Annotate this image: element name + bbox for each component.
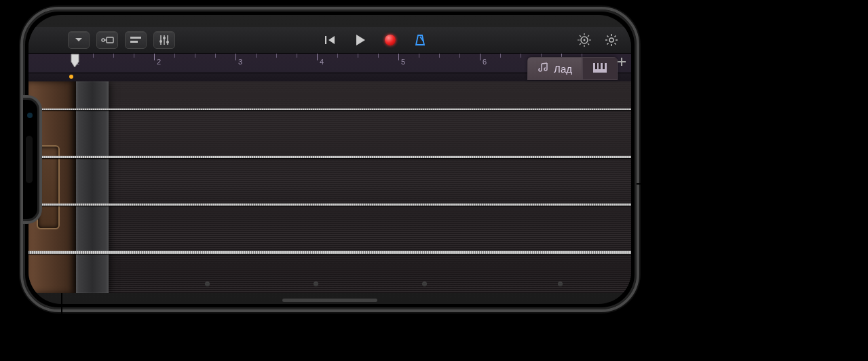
svg-rect-1: [107, 37, 113, 43]
left-tool-group: [68, 31, 175, 49]
play-icon: [355, 34, 366, 46]
bar-number: 2: [157, 58, 161, 66]
svg-point-8: [159, 40, 162, 43]
play-button[interactable]: [352, 31, 369, 49]
svg-rect-3: [130, 37, 141, 39]
record-button[interactable]: [381, 31, 399, 49]
callout-bracket-strings: [652, 98, 658, 265]
tab-scale-label: Лад: [554, 63, 572, 75]
metronome-icon: [414, 34, 426, 46]
svg-rect-11: [325, 36, 326, 44]
svg-rect-22: [603, 63, 605, 69]
tab-scale[interactable]: Лад: [527, 57, 582, 80]
svg-point-15: [609, 38, 614, 42]
record-icon: [385, 35, 396, 45]
settings-gear-icon: [605, 33, 618, 47]
transport-group: [322, 31, 429, 49]
svg-rect-19: [593, 63, 607, 73]
bar-number: 5: [401, 58, 405, 66]
bar-number: 3: [238, 58, 242, 66]
fretboard-nut: [76, 81, 109, 293]
hints-icon: [578, 33, 591, 47]
device-side-button-2: [233, 311, 267, 312]
home-indicator: [282, 299, 377, 302]
plus-icon: [616, 60, 627, 69]
add-section-button[interactable]: [616, 56, 627, 69]
callout-leader-strings: [637, 183, 654, 185]
fret-marker-dot: [422, 282, 427, 286]
fret-marker-dot: [205, 282, 210, 286]
fret-marker-dot: [314, 282, 318, 286]
svg-rect-21: [599, 63, 601, 69]
fret-marker-dot: [558, 282, 563, 286]
device-notch: [20, 95, 42, 224]
device-volume-down: [638, 145, 639, 179]
svg-point-14: [584, 39, 586, 41]
device-mute-switch: [638, 71, 639, 90]
svg-rect-20: [595, 63, 597, 69]
chevron-down-icon: [74, 35, 83, 45]
browser-button[interactable]: [96, 31, 118, 49]
app-screen: 1 2 3 4 5 6 7: [29, 15, 631, 304]
piano-keys-icon: [592, 62, 607, 75]
svg-point-10: [166, 41, 169, 43]
control-bar: [29, 27, 631, 53]
song-settings-button[interactable]: [603, 31, 620, 49]
track-controls-button[interactable]: [153, 31, 175, 49]
svg-point-13: [581, 37, 588, 43]
device-volume-up: [638, 104, 639, 138]
status-bar: [29, 15, 631, 27]
svg-line-18: [542, 63, 547, 64]
svg-line-12: [420, 37, 423, 41]
notes-icon: [537, 62, 550, 75]
svg-point-9: [163, 37, 166, 39]
rewind-icon: [324, 35, 337, 45]
right-tool-group: [575, 31, 620, 49]
playhead[interactable]: [71, 54, 81, 79]
bar-number: 4: [320, 58, 324, 66]
bar-number: 6: [483, 58, 487, 66]
tab-keyboard[interactable]: [582, 57, 618, 80]
phone-device-frame: 1 2 3 4 5 6 7: [20, 7, 639, 312]
fx-sliders-icon: [159, 35, 170, 45]
bass-string-e[interactable]: [29, 251, 631, 254]
device-side-button: [159, 311, 213, 312]
svg-point-0: [102, 39, 105, 41]
svg-rect-4: [130, 41, 138, 43]
bass-string-a[interactable]: [29, 204, 631, 206]
master-effects-button[interactable]: [575, 31, 593, 49]
metronome-button[interactable]: [411, 31, 429, 49]
tracks-view-button[interactable]: [125, 31, 147, 49]
bass-fretboard[interactable]: [29, 81, 631, 293]
go-to-beginning-button[interactable]: [322, 31, 339, 49]
browser-icon: [100, 35, 114, 45]
bass-string-d[interactable]: [29, 156, 631, 158]
tracks-view-icon: [130, 35, 142, 45]
bass-string-g[interactable]: [29, 109, 631, 110]
my-songs-button[interactable]: [68, 31, 90, 49]
view-mode-tabs: Лад: [527, 57, 618, 80]
